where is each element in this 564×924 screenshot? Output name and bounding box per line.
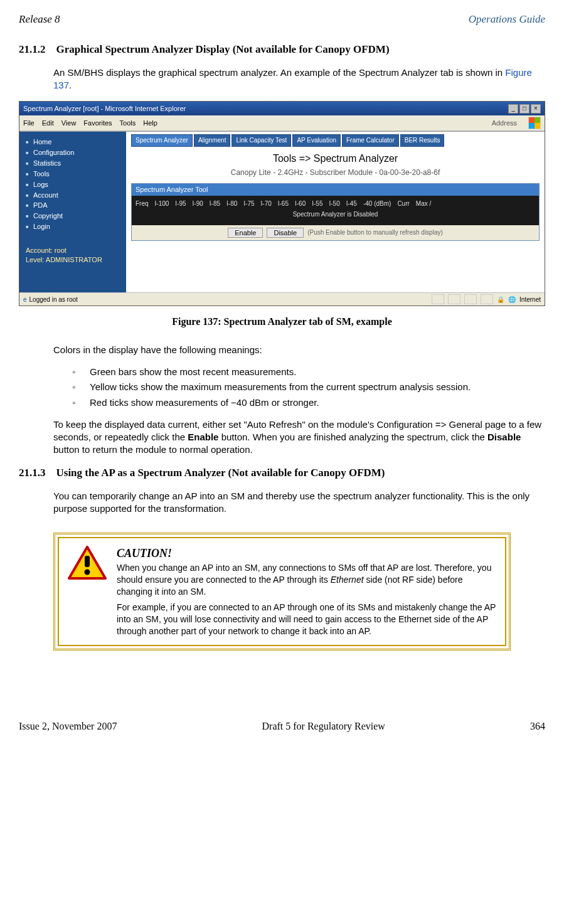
menu-file[interactable]: File xyxy=(23,119,35,128)
status-left: Logged in as root xyxy=(29,295,78,304)
menu-help[interactable]: Help xyxy=(143,119,157,128)
menu-tools[interactable]: Tools xyxy=(120,119,136,128)
tool-title: Tools => Spectrum Analyzer xyxy=(131,152,540,166)
ie-status-bar: e Logged in as root 🔒 🌐 Internet xyxy=(19,292,545,305)
status-zone: Internet xyxy=(519,295,541,304)
menu-favorites[interactable]: Favorites xyxy=(83,119,112,128)
menu-edit[interactable]: Edit xyxy=(42,119,54,128)
footer-page-number: 364 xyxy=(530,720,545,733)
header-guide: Operations Guide xyxy=(469,13,545,27)
sidebar-item-login[interactable]: Login xyxy=(26,221,120,232)
section-title: Graphical Spectrum Analyzer Display (Not… xyxy=(56,43,390,55)
ie-icon: e xyxy=(23,295,27,304)
section-21-1-2-heading: 21.1.2 Graphical Spectrum Analyzer Displ… xyxy=(19,43,545,57)
address-label: Address xyxy=(492,119,517,128)
tab-link-capacity[interactable]: Link Capacity Test xyxy=(231,134,291,147)
close-icon[interactable]: × xyxy=(531,104,541,114)
caution-p1: When you change an AP into an SM, any co… xyxy=(117,562,496,598)
status-cell xyxy=(481,294,493,304)
caution-icon xyxy=(68,546,107,637)
button-row: Enable Disable (Push Enable button to ma… xyxy=(132,225,539,240)
account-info: Account: root Level: ADMINISTRATOR xyxy=(26,246,120,265)
tab-alignment[interactable]: Alignment xyxy=(194,134,230,147)
windows-logo-icon xyxy=(528,117,541,129)
app-main: Spectrum Analyzer Alignment Link Capacit… xyxy=(126,132,545,292)
enable-button[interactable]: Enable xyxy=(228,228,263,238)
caution-box: CAUTION! When you change an AP into an S… xyxy=(53,533,511,651)
tab-ap-evaluation[interactable]: AP Evaluation xyxy=(292,134,341,147)
minimize-icon[interactable]: _ xyxy=(508,104,518,114)
page-footer: Issue 2, November 2007 Draft 5 for Regul… xyxy=(19,720,545,733)
list-item: Green bars show the most recent measurem… xyxy=(72,366,545,378)
refresh-hint: (Push Enable button to manually refresh … xyxy=(307,228,443,237)
enable-bold: Enable xyxy=(188,432,218,442)
tab-bar: Spectrum Analyzer Alignment Link Capacit… xyxy=(131,134,540,147)
panel-header: Spectrum Analyzer Tool xyxy=(132,184,539,196)
spectrum-header-row: Freq I-100 I-95 I-90 I-85 I-80 I-75 I-70… xyxy=(136,199,535,208)
page-header: Release 8 Operations Guide xyxy=(19,13,545,27)
status-cell xyxy=(432,294,444,304)
color-meaning-list: Green bars show the most recent measurem… xyxy=(72,366,545,409)
keep-current-paragraph: To keep the displayed data current, eith… xyxy=(53,418,545,457)
window-titlebar: Spectrum Analyzer [root] - Microsoft Int… xyxy=(19,102,545,115)
list-item: Red ticks show measurements of −40 dBm o… xyxy=(72,396,545,409)
svg-rect-1 xyxy=(85,556,90,567)
section2-body: You can temporarily change an AP into an… xyxy=(53,490,545,516)
internet-zone-icon: 🌐 xyxy=(508,295,516,304)
section-number: 21.1.3 xyxy=(19,467,46,479)
caution-text: CAUTION! When you change an AP into an S… xyxy=(117,546,496,637)
header-release: Release 8 xyxy=(19,13,60,27)
status-cell xyxy=(448,294,460,304)
sidebar-item-account[interactable]: Account xyxy=(26,190,120,201)
colors-intro: Colors in the display have the following… xyxy=(53,344,545,356)
svg-point-2 xyxy=(85,570,90,575)
ie-menubar: File Edit View Favorites Tools Help Addr… xyxy=(19,115,545,131)
sidebar-item-home[interactable]: Home xyxy=(26,137,120,147)
spectrum-tool-panel: Spectrum Analyzer Tool Freq I-100 I-95 I… xyxy=(131,183,540,241)
tab-spectrum-analyzer[interactable]: Spectrum Analyzer xyxy=(131,134,193,147)
tab-frame-calculator[interactable]: Frame Calculator xyxy=(342,134,399,147)
lock-icon: 🔒 xyxy=(497,295,504,304)
disable-bold: Disable xyxy=(487,432,521,442)
window-title: Spectrum Analyzer [root] - Microsoft Int… xyxy=(23,104,186,114)
sidebar-item-configuration[interactable]: Configuration xyxy=(26,147,120,158)
footer-issue: Issue 2, November 2007 xyxy=(19,720,117,733)
list-item: Yellow ticks show the maximum measuremen… xyxy=(72,381,545,393)
disabled-message: Spectrum Analyzer is Disabled xyxy=(136,208,535,221)
status-cell xyxy=(464,294,477,304)
spectrum-table: Freq I-100 I-95 I-90 I-85 I-80 I-75 I-70… xyxy=(132,196,539,225)
tab-ber-results[interactable]: BER Results xyxy=(400,134,445,147)
device-info: Canopy Lite - 2.4GHz - Subscriber Module… xyxy=(131,167,540,178)
sidebar-item-pda[interactable]: PDA xyxy=(26,200,120,211)
sidebar-item-logs[interactable]: Logs xyxy=(26,179,120,190)
section-title: Using the AP as a Spectrum Analyzer (Not… xyxy=(56,467,385,479)
sidebar-item-copyright[interactable]: Copyright xyxy=(26,211,120,221)
section1-intro: An SM/BHS displays the graphical spectru… xyxy=(53,66,545,92)
footer-draft: Draft 5 for Regulatory Review xyxy=(262,720,385,733)
app-sidebar: Home Configuration Statistics Tools Logs… xyxy=(19,132,126,292)
caution-title: CAUTION! xyxy=(117,546,496,561)
sidebar-item-tools[interactable]: Tools xyxy=(26,169,120,179)
maximize-icon[interactable]: □ xyxy=(519,104,529,114)
figure-caption: Figure 137: Spectrum Analyzer tab of SM,… xyxy=(19,315,545,329)
menu-view[interactable]: View xyxy=(61,119,77,128)
caution-p2: For example, if you are connected to an … xyxy=(117,602,496,637)
window-buttons: _□× xyxy=(507,104,541,114)
spectrum-analyzer-screenshot: Spectrum Analyzer [root] - Microsoft Int… xyxy=(19,101,545,306)
disable-button[interactable]: Disable xyxy=(267,228,304,238)
section-21-1-3-heading: 21.1.3 Using the AP as a Spectrum Analyz… xyxy=(19,466,545,481)
section-number: 21.1.2 xyxy=(19,43,46,55)
sidebar-item-statistics[interactable]: Statistics xyxy=(26,158,120,169)
